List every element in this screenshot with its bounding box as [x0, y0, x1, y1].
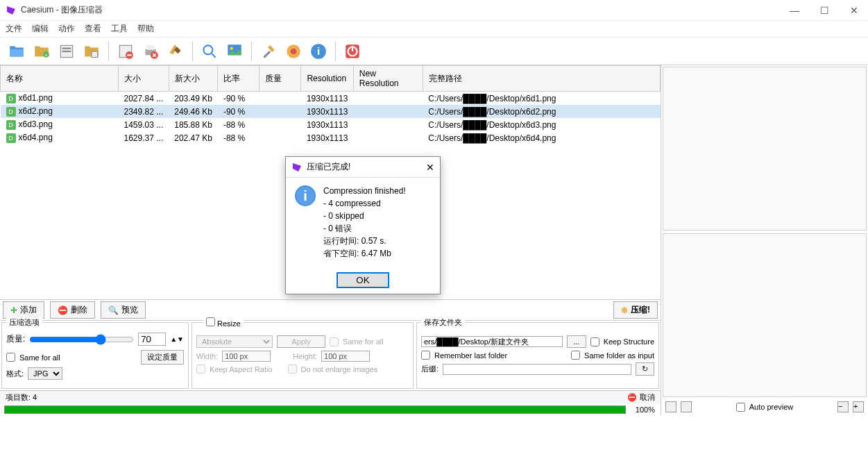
- auto-preview-checkbox[interactable]: [736, 403, 745, 412]
- progress-bar: [4, 405, 626, 414]
- col-res[interactable]: Resolution: [301, 66, 353, 92]
- col-newsize[interactable]: 新大小: [169, 66, 218, 92]
- resize-panel: Resize Absolute Apply Same for all Width…: [192, 322, 414, 389]
- minimize-button[interactable]: —: [785, 5, 803, 16]
- svg-text:+: +: [45, 52, 48, 57]
- dialog-title: 压缩已完成!: [307, 161, 426, 173]
- power-icon[interactable]: [341, 40, 364, 62]
- ok-button[interactable]: OK: [337, 272, 389, 288]
- col-newres[interactable]: New Resolution: [353, 66, 423, 92]
- format-label: 格式:: [6, 369, 24, 379]
- svg-rect-3: [62, 47, 71, 49]
- close-button[interactable]: ✕: [846, 5, 862, 16]
- remove-item-icon[interactable]: [114, 40, 137, 62]
- suffix-input[interactable]: [443, 364, 631, 375]
- menu-edit[interactable]: 编辑: [32, 23, 49, 35]
- open-file-icon[interactable]: [6, 40, 28, 62]
- image-settings-icon[interactable]: [223, 40, 246, 62]
- save-list-icon[interactable]: [80, 40, 103, 62]
- compress-legend: 压缩选项: [6, 317, 42, 328]
- table-header: 名称 大小 新大小 比率 质量 Resolution New Resolutio…: [1, 66, 661, 92]
- info-icon: i: [294, 185, 316, 207]
- zoom-icon[interactable]: [198, 40, 221, 62]
- keep-aspect-checkbox: [196, 365, 205, 374]
- format-select[interactable]: JPG: [28, 367, 62, 380]
- height-input: [321, 351, 370, 362]
- zoom-in-icon[interactable]: +: [853, 401, 864, 412]
- delete-button[interactable]: ⛔删除: [50, 301, 95, 319]
- remember-checkbox[interactable]: [421, 351, 430, 360]
- col-path[interactable]: 完整路径: [423, 66, 660, 92]
- add-button[interactable]: ✚添加: [3, 301, 44, 319]
- svg-rect-21: [352, 46, 353, 51]
- same-folder-checkbox[interactable]: [571, 351, 580, 360]
- svg-rect-4: [62, 50, 71, 51]
- zoom-out-icon[interactable]: −: [837, 401, 849, 412]
- same-for-all-checkbox[interactable]: [6, 353, 15, 362]
- suffix-reset-button[interactable]: ↻: [636, 362, 654, 376]
- save-legend: 保存文件夹: [421, 317, 465, 328]
- col-quality[interactable]: 质量: [259, 66, 301, 92]
- menu-tools[interactable]: 工具: [111, 23, 128, 35]
- print-icon[interactable]: [139, 40, 162, 62]
- window-title: Caesium - 图像压缩器: [21, 4, 785, 16]
- compress-icon[interactable]: [282, 40, 305, 62]
- no-enlarge-checkbox: [288, 365, 297, 374]
- save-folder-panel: 保存文件夹 ... Keep Structure Remember last f…: [416, 322, 659, 389]
- menu-bar: 文件 编辑 动作 查看 工具 帮助: [0, 21, 868, 37]
- save-path-input[interactable]: [421, 336, 563, 347]
- window-controls: — ☐ ✕: [785, 5, 862, 16]
- grid2-icon[interactable]: [681, 401, 692, 412]
- clear-icon[interactable]: [164, 40, 187, 62]
- svg-text:i: i: [317, 45, 320, 57]
- dialog-app-icon: [291, 162, 303, 173]
- resize-same-checkbox: [330, 337, 339, 346]
- grid1-icon[interactable]: [665, 401, 676, 412]
- svg-text:i: i: [303, 188, 307, 203]
- browse-button[interactable]: ...: [567, 335, 586, 348]
- preview-compressed: [663, 233, 867, 397]
- col-name[interactable]: 名称: [1, 66, 119, 92]
- preview-button[interactable]: 🔍预览: [101, 301, 146, 319]
- keep-structure-checkbox[interactable]: [590, 337, 599, 346]
- progress-text: 100%: [630, 405, 661, 414]
- quality-value[interactable]: [138, 333, 166, 346]
- item-count: 项目数: 4: [6, 392, 37, 403]
- menu-action[interactable]: 动作: [58, 23, 75, 35]
- menu-view[interactable]: 查看: [85, 23, 101, 35]
- resize-enable-checkbox[interactable]: [206, 317, 215, 326]
- svg-point-14: [230, 47, 233, 49]
- quality-label: 质量:: [6, 333, 25, 345]
- menu-help[interactable]: 帮助: [137, 23, 154, 35]
- table-row[interactable]: Dx6d2.png2349.82 ...249.46 Kb-90 %1930x1…: [1, 105, 661, 118]
- set-quality-button[interactable]: 设定质量: [141, 350, 184, 365]
- compress-button[interactable]: ❋压缩!: [613, 301, 658, 319]
- cancel-label[interactable]: 取消: [640, 392, 655, 403]
- apply-button: Apply: [277, 335, 325, 348]
- title-bar: Caesium - 图像压缩器 — ☐ ✕: [0, 0, 868, 21]
- dialog-message: Compression finished! - 4 compressed - 0…: [323, 185, 406, 260]
- table-row[interactable]: Dx6d4.png1629.37 ...202.47 Kb-88 %1930x1…: [1, 131, 661, 144]
- tools-icon[interactable]: [257, 40, 280, 62]
- toolbar: + i: [0, 37, 868, 65]
- open-list-icon[interactable]: [56, 40, 78, 62]
- open-folder-icon[interactable]: +: [31, 40, 53, 62]
- menu-file[interactable]: 文件: [6, 23, 22, 35]
- resize-mode-select: Absolute: [196, 335, 273, 348]
- completion-dialog: 压缩已完成! ✕ i Compression finished! - 4 com…: [285, 156, 441, 294]
- quality-slider[interactable]: [29, 334, 134, 345]
- preview-original: [663, 67, 867, 231]
- table-row[interactable]: Dx6d1.png2027.84 ...203.49 Kb-90 %1930x1…: [1, 92, 661, 106]
- table-row[interactable]: Dx6d3.png1459.03 ...185.88 Kb-88 %1930x1…: [1, 118, 661, 131]
- resize-legend: Resize: [203, 317, 244, 328]
- status-bar: 项目数: 4 ⛔ 取消: [0, 390, 661, 404]
- dialog-close-icon[interactable]: ✕: [426, 162, 434, 173]
- col-size[interactable]: 大小: [119, 66, 169, 92]
- preview-panel: Auto preview − +: [661, 65, 868, 415]
- col-ratio[interactable]: 比率: [218, 66, 259, 92]
- info-icon[interactable]: i: [307, 40, 330, 62]
- svg-point-16: [291, 48, 297, 54]
- maximize-button[interactable]: ☐: [816, 5, 833, 16]
- action-bar: ✚添加 ⛔删除 🔍预览 ❋压缩!: [0, 300, 661, 321]
- svg-point-12: [203, 45, 212, 54]
